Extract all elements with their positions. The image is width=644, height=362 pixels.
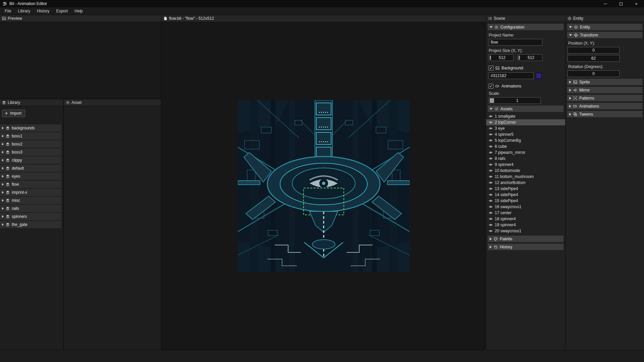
- library-item[interactable]: imprint-x: [0, 189, 61, 196]
- asset-row[interactable]: 5 topCornerBg: [486, 137, 565, 143]
- maximize-button[interactable]: [613, 0, 629, 7]
- asset-row[interactable]: 4 spinner5: [486, 131, 565, 137]
- library-item[interactable]: boss1: [0, 132, 61, 140]
- library-item[interactable]: misc: [0, 197, 61, 204]
- visibility-eye-icon[interactable]: [489, 144, 493, 148]
- visibility-eye-icon[interactable]: [489, 229, 493, 233]
- background-checkbox[interactable]: ✓: [489, 66, 493, 70]
- visibility-eye-icon[interactable]: [489, 193, 493, 197]
- visibility-eye-icon[interactable]: [489, 223, 493, 227]
- animations-checkbox[interactable]: ✓: [489, 84, 493, 88]
- library-item[interactable]: default: [0, 165, 61, 172]
- library-item[interactable]: boss2: [0, 140, 61, 148]
- layers-icon: [6, 215, 10, 219]
- entity-section-entity[interactable]: Entity: [567, 24, 642, 30]
- position-x-input[interactable]: [568, 47, 620, 54]
- menu-history[interactable]: History: [34, 9, 53, 13]
- asset-row-label: 5 topCornerBg: [495, 138, 521, 143]
- asset-row[interactable]: 19 spinner4: [486, 222, 565, 228]
- scale-input[interactable]: [494, 98, 540, 103]
- collapse-arrow-icon: [569, 26, 572, 28]
- background-color-swatch[interactable]: [536, 73, 542, 79]
- position-y-input[interactable]: [568, 55, 620, 62]
- entity-section-animations[interactable]: Animations: [567, 103, 642, 109]
- asset-row[interactable]: 17 center: [486, 210, 565, 216]
- asset-row[interactable]: 15 sidePipe4: [486, 198, 565, 204]
- visibility-eye-icon[interactable]: [489, 163, 493, 167]
- palette-icon: [494, 237, 498, 241]
- visibility-eye-icon[interactable]: [489, 150, 493, 155]
- visibility-eye-icon[interactable]: [489, 157, 493, 161]
- visibility-eye-icon[interactable]: [489, 132, 493, 136]
- asset-row[interactable]: 10 bottomside: [486, 168, 565, 174]
- asset-row[interactable]: 9 spinner4: [486, 162, 565, 168]
- library-item[interactable]: flow: [0, 181, 61, 188]
- visibility-eye-icon[interactable]: [489, 199, 493, 203]
- visibility-eye-icon[interactable]: [489, 187, 493, 191]
- menu-file[interactable]: File: [1, 9, 14, 13]
- entity-section-mirror[interactable]: Mirror: [567, 87, 642, 93]
- library-item[interactable]: spinners: [0, 213, 61, 220]
- visibility-eye-icon[interactable]: [489, 126, 493, 130]
- library-item[interactable]: rails: [0, 205, 61, 212]
- canvas-artwork[interactable]: [238, 100, 410, 272]
- asset-row[interactable]: 11 bottom_mushroom: [486, 174, 565, 180]
- minimize-button[interactable]: [598, 0, 613, 7]
- asset-row[interactable]: 16 swaycross1: [486, 204, 565, 210]
- canvas-viewport[interactable]: [161, 22, 486, 350]
- library-item[interactable]: the_gate: [0, 221, 61, 228]
- visibility-eye-icon[interactable]: [489, 138, 493, 142]
- project-name-input[interactable]: [489, 39, 542, 46]
- asset-row-label: 18 spinner4: [495, 217, 516, 221]
- library-item[interactable]: eyes: [0, 173, 61, 180]
- entity-section-tweens[interactable]: Tweens: [567, 111, 642, 117]
- asset-row[interactable]: 1 smallgate: [486, 113, 565, 119]
- asset-row[interactable]: 3 eye: [486, 125, 565, 131]
- gear-icon: [494, 25, 498, 29]
- visibility-eye-icon[interactable]: [489, 211, 493, 215]
- asset-row[interactable]: 2 topCorner: [486, 119, 565, 125]
- entity-section-patterns[interactable]: Patterns: [567, 95, 642, 101]
- asset-row[interactable]: 20 swaycross1: [486, 228, 565, 234]
- asset-row[interactable]: 14 sidePipe4: [486, 192, 565, 198]
- entity-section-sprite[interactable]: Sprite: [567, 79, 642, 85]
- assets-section-header[interactable]: Assets: [488, 106, 564, 112]
- library-item[interactable]: boss3: [0, 148, 61, 156]
- section-label: Mirror: [579, 88, 590, 93]
- background-color-input[interactable]: [489, 72, 534, 79]
- menu-library[interactable]: Library: [14, 9, 34, 13]
- asset-row[interactable]: 7 pipearm_mirror: [486, 149, 565, 156]
- layers-icon: [6, 182, 10, 186]
- menu-help[interactable]: Help: [71, 9, 86, 13]
- palette-section-header[interactable]: Palette: [488, 236, 564, 242]
- visibility-eye-icon[interactable]: [489, 169, 493, 173]
- rotation-input[interactable]: [568, 70, 620, 77]
- asset-row[interactable]: 6 cube: [486, 143, 565, 149]
- close-button[interactable]: ×: [629, 0, 644, 7]
- asset-row[interactable]: 13 sidePipe4: [486, 186, 565, 192]
- visibility-eye-icon[interactable]: [489, 217, 493, 221]
- menu-export[interactable]: Export: [53, 9, 71, 13]
- visibility-eye-icon[interactable]: [489, 175, 493, 179]
- asset-row[interactable]: 18 spinner4: [486, 216, 565, 222]
- asset-row-label: 4 spinner5: [495, 132, 514, 137]
- project-size-label: Project Size (X, Y):: [489, 48, 562, 53]
- scale-drag-handle[interactable]: [490, 98, 494, 103]
- visibility-eye-icon[interactable]: [489, 120, 493, 124]
- asset-row[interactable]: 8 rails: [486, 156, 565, 162]
- visibility-eye-icon[interactable]: [489, 205, 493, 209]
- asset-row[interactable]: 12 anchorBottom: [486, 180, 565, 186]
- layers-icon: [6, 198, 10, 202]
- library-item[interactable]: clippy: [0, 157, 61, 164]
- import-button[interactable]: Import: [2, 110, 25, 117]
- asset-panel: Asset: [64, 99, 161, 350]
- scene-panel-title: Scene: [494, 16, 505, 21]
- entity-section-transform[interactable]: Transform: [567, 32, 642, 38]
- visibility-eye-icon[interactable]: [489, 114, 493, 118]
- size-y-input[interactable]: [520, 55, 542, 60]
- history-section-header[interactable]: History: [488, 244, 564, 250]
- configuration-section-header[interactable]: Configuration: [488, 24, 564, 30]
- size-x-input[interactable]: [491, 55, 513, 60]
- library-item[interactable]: backgrounds: [0, 124, 61, 132]
- visibility-eye-icon[interactable]: [489, 181, 493, 185]
